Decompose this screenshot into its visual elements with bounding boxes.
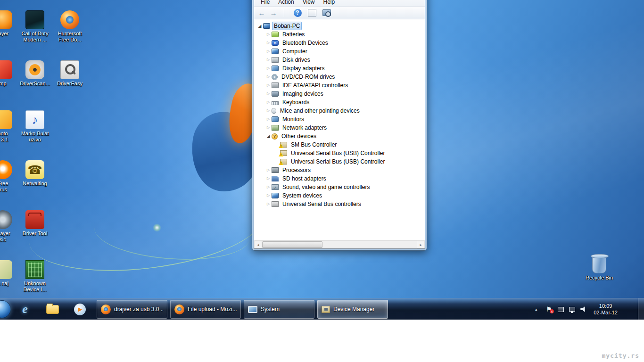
taskbar-button[interactable]: Device Manager [317,300,388,319]
expander-collapsed-icon[interactable]: ▷ [265,166,271,174]
tree-item[interactable]: ◢Boban-PC [254,22,425,30]
scroll-right-button[interactable] [417,241,425,248]
expander-collapsed-icon[interactable]: ▷ [265,115,271,123]
expander-expanded-icon[interactable]: ◢ [257,22,263,30]
desktop-icon-music[interactable]: Marko Bulat uzivo [18,110,52,143]
expander-collapsed-icon[interactable]: ▷ [265,39,271,47]
start-button[interactable] [0,300,11,318]
back-button[interactable] [256,8,267,18]
tree-item[interactable]: ▷Processors [254,166,425,174]
tree-item[interactable]: ▷Bluetooth Devices [254,39,425,47]
taskbar-button[interactable]: File upload - Mozi... [170,300,241,319]
help-button[interactable] [292,8,303,18]
tree-item[interactable]: ▷Universal Serial Bus controllers [254,200,425,208]
scroll-left-button[interactable] [254,241,262,248]
tree-item[interactable]: ▷Mice and other pointing devices [254,107,425,115]
disc-icon [272,74,278,80]
tree-item[interactable]: ▷Sound, video and game controllers [254,183,425,191]
tree-item[interactable]: Universal Serial Bus (USB) Controller [254,149,425,157]
tree-item[interactable]: ◢Other devices [254,132,425,140]
tree-item-label: Other devices [280,132,318,140]
network-icon[interactable] [569,307,575,312]
desktop-icon-label: Unknown Device I... [18,280,52,293]
tree-item[interactable]: ▷IDE ATA/ATAPI controllers [254,81,425,90]
pale-icon [0,260,12,279]
clock[interactable]: 10:09 02-Mar-12 [592,303,618,316]
bottom-strip: mycity.rs [0,320,644,362]
desktop-icon-phone[interactable]: Netwaiting [18,160,52,187]
desktop-icon-magnifier[interactable]: DriverEasy [53,60,87,87]
desktop-icon-cod[interactable]: Call of Duty Modern ... [18,10,52,43]
tree-item[interactable]: ▷DVD/CD-ROM drives [254,73,425,81]
watermark: mycity.rs [602,352,639,359]
menu-help[interactable]: Help [320,0,339,6]
tree-item[interactable]: ▷Network adapters [254,123,425,132]
desktop-icon-wheel[interactable]: DriverScan... [18,60,52,87]
expander-collapsed-icon[interactable]: ▷ [265,174,271,183]
desktop-icon-toolbox[interactable]: Driver Tool [18,210,52,237]
program-tray-icon[interactable] [558,307,564,312]
volume-icon[interactable] [580,306,586,313]
menu-action[interactable]: Action [274,0,297,6]
forward-button[interactable] [268,8,279,18]
usb-icon [272,201,279,207]
tree-item[interactable]: ▷Batteries [254,30,425,39]
tree-item[interactable]: ▷Keyboards [254,98,425,107]
expander-collapsed-icon[interactable]: ▷ [265,73,271,81]
taskbar-button[interactable]: drajver za usb 3.0 ... [97,300,167,319]
scroll-track[interactable] [322,241,417,248]
desktop-icon-circuit[interactable]: Unknown Device I... [18,260,52,293]
tree-item[interactable]: SM Bus Controller [254,140,425,149]
show-desktop-button[interactable] [638,298,644,320]
expander-collapsed-icon[interactable]: ▷ [265,81,271,90]
tree-item[interactable]: ▷Monitors [254,115,425,123]
tree-item[interactable]: ▷Display adapters [254,64,425,73]
expander-collapsed-icon[interactable]: ▷ [265,191,271,200]
expander-collapsed-icon[interactable]: ▷ [265,98,271,107]
tree-item[interactable]: Universal Serial Bus (USB) Controller [254,157,425,166]
expander-expanded-icon[interactable]: ◢ [265,132,271,140]
expander-collapsed-icon[interactable]: ▷ [265,183,271,191]
expander-collapsed-icon[interactable]: ▷ [265,90,271,98]
tree-item[interactable]: ▷Imaging devices [254,90,425,98]
desktop-icon-photo[interactable]: hoto r 3.1 [0,110,20,143]
expander-collapsed-icon[interactable]: ▷ [265,123,271,132]
internet-explorer-button[interactable] [11,300,39,319]
horizontal-scrollbar[interactable] [254,240,425,248]
show-hidden-icons-icon[interactable] [532,305,540,313]
action-center-icon[interactable] [545,305,553,313]
tree-item[interactable]: ▷System devices [254,191,425,200]
windows-explorer-button[interactable] [39,300,66,319]
expander-collapsed-icon[interactable]: ▷ [265,30,271,39]
windows-media-player-button[interactable] [66,300,93,319]
expander-collapsed-icon[interactable]: ▷ [265,56,271,64]
desktop-icon-firefox[interactable]: Huntersoft Free Do... [53,10,87,43]
taskbar-button[interactable]: System [244,300,314,319]
tree-item[interactable]: ▷Disk drives [254,56,425,64]
warn-icon [280,150,287,156]
desktop-icon-reel[interactable]: Player sic [0,210,20,243]
scan-button[interactable] [322,8,332,18]
tree-item[interactable]: ▷SD host adapters [254,174,425,183]
desktop-icon-redapp[interactable]: mp [0,60,20,87]
scroll-thumb[interactable] [262,241,322,248]
pinned-icons [11,300,93,319]
expander-collapsed-icon[interactable]: ▷ [265,64,271,73]
toolbox-icon [25,210,44,229]
tree-item-label: Universal Serial Bus (USB) Controller [289,149,387,157]
desktop-icon-flame[interactable]: layer [0,10,20,37]
menu-view[interactable]: View [299,0,319,6]
properties-button[interactable] [307,8,317,18]
firefox-icon [101,304,111,314]
desktop-icon-swirl[interactable]: Free irus [0,160,20,193]
menu-file[interactable]: File [257,0,273,6]
tree-item-label: IDE ATA/ATAPI controllers [281,81,350,90]
expander-collapsed-icon[interactable]: ▷ [265,47,271,56]
desktop-icon-pale[interactable]: a naj [0,260,20,287]
tree-item[interactable]: ▷Computer [254,47,425,56]
expander-collapsed-icon[interactable]: ▷ [265,200,271,208]
taskbar-button-label: File upload - Mozi... [188,306,237,313]
battery-icon [272,32,279,37]
expander-collapsed-icon[interactable]: ▷ [265,107,271,115]
recycle-bin[interactable]: Recycle Bin [583,255,616,281]
